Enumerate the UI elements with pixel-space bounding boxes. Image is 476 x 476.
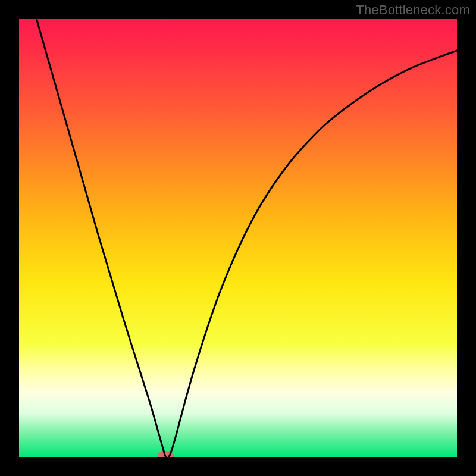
watermark-text: TheBottleneck.com bbox=[356, 2, 470, 18]
plot-area bbox=[19, 19, 457, 457]
chart-svg bbox=[19, 19, 457, 457]
chart-frame: TheBottleneck.com bbox=[0, 0, 476, 476]
gradient-background bbox=[19, 19, 457, 457]
